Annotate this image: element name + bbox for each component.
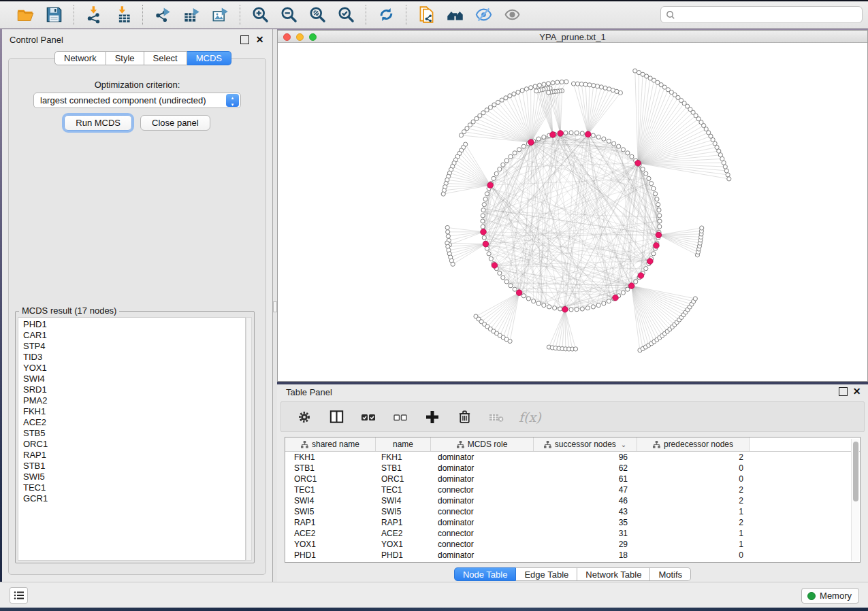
mcds-hub-node[interactable] bbox=[481, 229, 487, 235]
column-header-name[interactable]: name bbox=[376, 437, 431, 451]
close-panel-icon[interactable]: ✕ bbox=[255, 35, 264, 44]
network-node[interactable] bbox=[644, 267, 648, 271]
network-node[interactable] bbox=[596, 303, 600, 308]
mcds-node-item[interactable]: PHD1 bbox=[18, 319, 245, 330]
mcds-node-item[interactable]: CAR1 bbox=[18, 330, 245, 341]
column-header-predecessor-nodes[interactable]: predecessor nodes bbox=[637, 437, 750, 451]
show-column-panel-button[interactable] bbox=[327, 408, 346, 427]
network-node[interactable] bbox=[621, 148, 625, 152]
network-node[interactable] bbox=[483, 197, 487, 201]
import-network-button[interactable] bbox=[84, 5, 104, 25]
zoom-out-button[interactable] bbox=[278, 5, 299, 25]
float-panel-icon[interactable] bbox=[240, 35, 249, 44]
network-leaf-node[interactable] bbox=[546, 82, 550, 86]
save-session-button[interactable] bbox=[44, 5, 64, 25]
mcds-hub-node[interactable] bbox=[487, 182, 494, 188]
network-leaf-node[interactable] bbox=[551, 81, 555, 85]
mcds-hub-node[interactable] bbox=[550, 132, 556, 138]
export-image-button[interactable] bbox=[210, 5, 230, 25]
task-history-button[interactable] bbox=[10, 587, 28, 604]
network-node[interactable] bbox=[591, 133, 595, 137]
network-leaf-node[interactable] bbox=[508, 339, 512, 343]
table-row[interactable]: ACE2ACE2connector311 bbox=[285, 528, 851, 539]
mcds-hub-node[interactable] bbox=[528, 139, 534, 146]
zoom-selected-button[interactable] bbox=[336, 5, 356, 25]
network-node[interactable] bbox=[641, 167, 645, 171]
network-node[interactable] bbox=[621, 291, 625, 295]
network-window-titlebar[interactable]: YPA_prune.txt_1 bbox=[278, 31, 867, 43]
network-node[interactable] bbox=[634, 280, 638, 284]
network-node[interactable] bbox=[536, 137, 541, 141]
network-node[interactable] bbox=[569, 131, 573, 135]
network-node[interactable] bbox=[504, 280, 509, 284]
mcds-node-item[interactable]: RAP1 bbox=[18, 450, 245, 461]
mcds-hub-node[interactable] bbox=[585, 131, 592, 137]
hide-graphics-button[interactable] bbox=[473, 5, 494, 25]
network-node[interactable] bbox=[547, 305, 551, 309]
network-node[interactable] bbox=[521, 294, 526, 298]
network-leaf-node[interactable] bbox=[520, 88, 524, 93]
tab-mcds[interactable]: MCDS bbox=[187, 51, 231, 65]
mcds-hub-node[interactable] bbox=[647, 259, 654, 265]
tab-network-table[interactable]: Network Table bbox=[577, 567, 650, 581]
network-node[interactable] bbox=[630, 154, 634, 159]
delete-column-button[interactable] bbox=[455, 408, 474, 427]
network-node[interactable] bbox=[509, 154, 513, 159]
mcds-node-item[interactable]: SRD1 bbox=[18, 384, 245, 395]
network-leaf-node[interactable] bbox=[445, 225, 449, 229]
search-network-button[interactable] bbox=[445, 5, 465, 25]
network-leaf-node[interactable] bbox=[556, 80, 560, 84]
network-leaf-node[interactable] bbox=[542, 82, 546, 86]
network-node[interactable] bbox=[575, 308, 579, 312]
network-node[interactable] bbox=[494, 171, 498, 176]
network-node[interactable] bbox=[558, 307, 562, 311]
network-node[interactable] bbox=[504, 159, 509, 163]
network-leaf-node[interactable] bbox=[547, 90, 551, 95]
export-table-button[interactable] bbox=[181, 5, 202, 25]
float-table-panel-icon[interactable] bbox=[839, 387, 848, 396]
network-leaf-node[interactable] bbox=[529, 86, 533, 90]
network-node[interactable] bbox=[585, 306, 590, 310]
close-panel-button[interactable]: Close panel bbox=[140, 115, 210, 131]
network-node[interactable] bbox=[498, 167, 502, 171]
table-row[interactable]: PHD1PHD1dominator180 bbox=[285, 550, 851, 561]
network-leaf-node[interactable] bbox=[633, 69, 637, 73]
network-leaf-node[interactable] bbox=[516, 90, 520, 94]
network-node[interactable] bbox=[501, 276, 505, 280]
network-leaf-node[interactable] bbox=[560, 80, 564, 84]
network-node[interactable] bbox=[513, 287, 517, 291]
network-leaf-node[interactable] bbox=[723, 165, 727, 169]
network-node[interactable] bbox=[602, 301, 606, 306]
network-node[interactable] bbox=[542, 135, 546, 139]
mcds-hub-node[interactable] bbox=[638, 273, 644, 279]
network-node[interactable] bbox=[647, 176, 651, 180]
network-node[interactable] bbox=[657, 208, 661, 212]
network-node[interactable] bbox=[644, 171, 648, 176]
mcds-node-item[interactable]: ACE2 bbox=[18, 417, 245, 428]
mcds-hub-node[interactable] bbox=[516, 290, 522, 296]
mcds-node-item[interactable]: SWI5 bbox=[18, 472, 245, 482]
network-node[interactable] bbox=[481, 208, 485, 212]
tab-node-table[interactable]: Node Table bbox=[454, 567, 517, 581]
table-row[interactable]: YOX1YOX1connector291 bbox=[285, 539, 851, 550]
network-node[interactable] bbox=[580, 307, 584, 311]
network-leaf-node[interactable] bbox=[446, 230, 450, 234]
run-mcds-button[interactable]: Run MCDS bbox=[64, 115, 132, 131]
network-leaf-node[interactable] bbox=[571, 82, 575, 86]
mcds-result-list[interactable]: PHD1CAR1STP4TID3YOX1SWI4SRD1PMA2FKH1ACE2… bbox=[18, 317, 246, 561]
network-node[interactable] bbox=[489, 257, 493, 261]
network-node[interactable] bbox=[513, 151, 517, 155]
network-node[interactable] bbox=[481, 214, 485, 218]
network-leaf-node[interactable] bbox=[492, 103, 496, 107]
network-leaf-node[interactable] bbox=[441, 192, 445, 196]
network-node[interactable] bbox=[655, 197, 659, 201]
network-node[interactable] bbox=[509, 284, 513, 288]
network-node[interactable] bbox=[658, 219, 662, 223]
table-row[interactable]: SWI5SWI5connector431 bbox=[285, 506, 851, 517]
tab-edge-table[interactable]: Edge Table bbox=[516, 567, 577, 581]
network-leaf-node[interactable] bbox=[496, 100, 500, 104]
network-node[interactable] bbox=[501, 163, 505, 167]
mcds-hub-node[interactable] bbox=[613, 295, 619, 301]
network-leaf-node[interactable] bbox=[583, 82, 588, 86]
network-leaf-node[interactable] bbox=[500, 98, 504, 102]
